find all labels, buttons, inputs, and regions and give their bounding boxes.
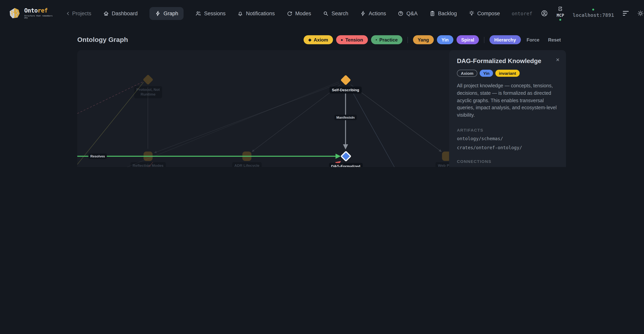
- nav-item-backlog[interactable]: Backlog: [430, 10, 457, 16]
- lightbulb-icon: [469, 10, 474, 16]
- polarity-filter-chip-yin[interactable]: Yin: [437, 35, 453, 44]
- artifact-path: crates/ontoref-ontology/: [457, 145, 558, 150]
- panel-badge-axiom: Axiom: [457, 70, 477, 77]
- connections-section-title: CONNECTIONS: [457, 159, 558, 164]
- type-filter-chip-axiom[interactable]: ◆Axiom: [304, 35, 333, 44]
- type-filter-chip-practice[interactable]: ▪Practice: [371, 35, 402, 44]
- server-status-dot: [592, 9, 594, 10]
- layout-chip-reset[interactable]: Reset: [545, 35, 564, 44]
- polarity-filter-chip-yang[interactable]: Yang: [413, 35, 434, 44]
- chevron-left-icon: [66, 11, 70, 15]
- panel-badge-invariant: invariant: [495, 70, 520, 77]
- nav-right-cluster: ontoref MCP localhost:7891: [512, 6, 644, 21]
- artifacts-list: ontology/schemas/crates/ontoref-ontology…: [457, 136, 558, 150]
- nav-item-qa[interactable]: Q&A: [398, 10, 418, 16]
- chip-divider: [484, 37, 484, 43]
- cycle-icon: [286, 10, 292, 16]
- panel-title: DAG-Formalized Knowledge: [457, 57, 555, 65]
- app-window: Ontoref Structure that remembers why Pro…: [0, 0, 644, 167]
- layout-chip-hierarchy[interactable]: Hierarchy: [490, 35, 521, 44]
- bolt-icon: [155, 10, 161, 16]
- clipboard-icon: [430, 10, 435, 16]
- nav-item-modes[interactable]: Modes: [286, 10, 311, 16]
- bell-icon: [237, 10, 243, 16]
- brand[interactable]: Ontoref Structure that remembers why: [9, 7, 54, 20]
- layout-chip-force[interactable]: Force: [524, 35, 542, 44]
- bolt-icon: [360, 10, 366, 16]
- artifacts-section-title: ARTIFACTS: [457, 128, 558, 132]
- panel-badge-yin: Yin: [480, 70, 493, 77]
- brand-name: Ontoref: [24, 8, 54, 14]
- server-host: localhost:7891: [573, 12, 614, 18]
- edge-label-resolves: Resolves: [88, 154, 107, 159]
- workspace-name: ontoref: [512, 10, 532, 16]
- ontoref-logo-icon: [9, 7, 21, 20]
- search-icon: [323, 10, 329, 16]
- nav-item-sessions[interactable]: Sessions: [196, 10, 226, 16]
- home-icon: [103, 10, 109, 16]
- edge-label-manifestsin: ManifestsIn: [334, 115, 357, 120]
- theme-sun-icon[interactable]: [637, 10, 644, 16]
- panel-badges: AxiomYininvariant: [457, 70, 558, 77]
- nav-item-actions[interactable]: Actions: [360, 10, 386, 16]
- filter-chip-row: ◆Axiom●Tension▪PracticeYangYinSpiralHier…: [304, 35, 564, 44]
- node-label: Self-Describing: [330, 87, 362, 94]
- nav-item-notifications[interactable]: Notifications: [237, 10, 275, 16]
- server-status: localhost:7891: [573, 9, 614, 18]
- nav-back-projects[interactable]: Projects: [66, 10, 92, 16]
- mcp-server-icon: [558, 6, 564, 12]
- type-filter-chip-tension[interactable]: ●Tension: [336, 35, 368, 44]
- page-title: Ontology Graph: [77, 36, 304, 44]
- people-icon: [196, 10, 202, 16]
- brand-text: Ontoref Structure that remembers why: [24, 8, 54, 19]
- chip-divider: [408, 37, 408, 43]
- question-circle-icon: [398, 10, 404, 16]
- panel-close-icon[interactable]: ✕: [556, 57, 560, 63]
- mcp-status-dot: [560, 19, 562, 21]
- artifact-path: ontology/schemas/: [457, 136, 558, 141]
- brand-tagline: Structure that remembers why: [24, 15, 54, 19]
- user-avatar-icon[interactable]: [541, 10, 548, 17]
- practice-glyph-icon: ▪: [376, 38, 377, 42]
- tension-glyph-icon: ●: [341, 38, 343, 42]
- node-detail-panel: DAG-Formalized Knowledge ✕ AxiomYininvar…: [449, 50, 566, 167]
- mcp-status[interactable]: MCP: [557, 6, 564, 21]
- node-label: DAG-Formalized Knowledge: [329, 163, 363, 167]
- nav-item-graph[interactable]: Graph: [150, 7, 184, 20]
- nav-item-dashboard[interactable]: Dashboard: [103, 10, 138, 16]
- mcp-label: MCP: [557, 13, 564, 18]
- nav-item-search[interactable]: Search: [323, 10, 348, 16]
- top-nav: Ontoref Structure that remembers why Pro…: [0, 0, 644, 27]
- panel-description: All project knowledge — concepts, tensio…: [457, 82, 557, 119]
- graph-toolbar: Ontology Graph ◆Axiom●Tension▪PracticeYa…: [77, 35, 564, 44]
- axiom-glyph-icon: ◆: [308, 38, 311, 42]
- nav-item-compose[interactable]: Compose: [469, 10, 500, 16]
- polarity-filter-chip-spiral[interactable]: Spiral: [456, 35, 479, 44]
- queue-menu-icon[interactable]: [622, 11, 628, 16]
